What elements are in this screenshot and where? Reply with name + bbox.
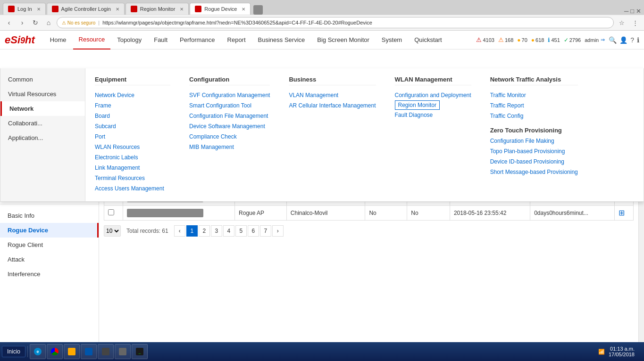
taskbar-chrome[interactable]	[47, 344, 63, 359]
menu-item-config-file[interactable]: Configuration File Management	[189, 111, 270, 121]
menu-item-svf[interactable]: SVF Configuration Management	[189, 90, 270, 100]
alert-info[interactable]: ℹ 451	[548, 37, 560, 43]
nav-system[interactable]: System	[376, 31, 408, 49]
menu-item-traffic-report[interactable]: Traffic Report	[490, 100, 578, 111]
sidebar-item-interference[interactable]: Interference	[0, 267, 99, 281]
browser-tab-login[interactable]: Log In ✕	[3, 3, 46, 15]
tab-close-login[interactable]: ✕	[37, 7, 41, 12]
row-action-btn[interactable]: ⊞	[615, 205, 634, 221]
reload-button[interactable]: ↻	[30, 17, 41, 28]
minimize-btn[interactable]: ─	[624, 8, 628, 15]
menu-item-access-users[interactable]: Access Users Management	[95, 183, 170, 194]
browser-tab-agile[interactable]: Agile Controller Login ✕	[47, 3, 125, 15]
menu-item-compliance[interactable]: Compliance Check	[189, 131, 270, 142]
menu-item-board[interactable]: Board	[95, 111, 170, 121]
nav-home[interactable]: Home	[44, 31, 72, 49]
url-bar[interactable]: ⚠ No es seguro | https://wlanmgr/pages/a…	[57, 17, 614, 28]
next-page-btn[interactable]: ›	[272, 225, 284, 237]
menu-item-wlan-resources[interactable]: WLAN Resources	[95, 142, 170, 152]
menu-left-virtual[interactable]: Virtual Resources	[0, 87, 85, 101]
menu-item-ar-cellular[interactable]: AR Cellular Interface Management	[289, 100, 376, 111]
menu-item-traffic-config[interactable]: Traffic Config	[490, 111, 578, 121]
forward-button[interactable]: ›	[17, 17, 27, 28]
nav-business-service[interactable]: Business Service	[252, 31, 311, 49]
page-btn-6[interactable]: 6	[248, 225, 259, 237]
menu-item-fault-diagnose[interactable]: Fault Diagnose	[395, 110, 471, 120]
menu-item-terminal-resources[interactable]: Terminal Resources	[95, 173, 170, 183]
taskbar-remote[interactable]	[98, 344, 114, 359]
taskbar-terminal[interactable]: _	[132, 344, 148, 359]
home-button[interactable]: ⌂	[43, 17, 54, 28]
close-btn[interactable]: ✕	[636, 8, 641, 15]
alert-major[interactable]: ⚠ 168	[498, 36, 513, 43]
taskbar-time-text: 01:13 a.m.	[609, 346, 635, 352]
menu-left-network[interactable]: Network	[0, 101, 85, 116]
browser-tab-rogue[interactable]: Rogue Device ✕	[190, 3, 251, 15]
browser-tab-region[interactable]: Region Monitor ✕	[125, 3, 189, 15]
menu-item-device-software[interactable]: Device Software Management	[189, 121, 270, 131]
menu-left-panel: Common Virtual Resources Network Collabo…	[0, 68, 85, 201]
sidebar-item-basic-info[interactable]: Basic Info	[0, 208, 99, 223]
menu-item-link-mgmt[interactable]: Link Management	[95, 163, 170, 173]
menu-item-topo-plan[interactable]: Topo Plan-based Provisioning	[490, 146, 578, 156]
menu-item-region-monitor[interactable]: Region Monitor	[395, 100, 440, 110]
alert-normal[interactable]: ✓ 2796	[564, 37, 581, 43]
menu-item-subcard[interactable]: Subcard	[95, 121, 170, 131]
tab-close-agile[interactable]: ✕	[116, 7, 119, 12]
menu-item-config-file-making[interactable]: Configuration File Making	[490, 136, 578, 146]
menu-item-device-id[interactable]: Device ID-based Provisioning	[490, 156, 578, 167]
menu-left-collab[interactable]: Collaborati...	[0, 116, 85, 131]
nav-big-screen[interactable]: Big Screen Monitor	[311, 31, 375, 49]
alert-critical[interactable]: ⚠ 4103	[476, 36, 494, 43]
menu-item-mib[interactable]: MIB Management	[189, 142, 270, 152]
menu-left-app[interactable]: Application...	[0, 131, 85, 145]
taskbar-explorer[interactable]	[64, 344, 80, 359]
alert-minor[interactable]: ● 70	[517, 37, 527, 43]
menu-item-frame[interactable]: Frame	[95, 100, 170, 111]
search-icon[interactable]: 🔍	[609, 36, 617, 44]
page-btn-3[interactable]: 3	[211, 225, 222, 237]
bookmark-star[interactable]: ☆	[617, 17, 627, 28]
sidebar-item-rogue-client[interactable]: Rogue Client	[0, 238, 99, 252]
tab-close-rogue[interactable]: ✕	[242, 7, 245, 12]
menu-item-electronic-labels[interactable]: Electronic Labels	[95, 152, 170, 163]
page-btn-7[interactable]: 7	[260, 225, 271, 237]
help-icon[interactable]: ?	[630, 36, 634, 44]
nav-quickstart[interactable]: Quickstart	[409, 31, 448, 49]
logout-button[interactable]: ⇒	[601, 37, 605, 43]
menu-item-port[interactable]: Port	[95, 131, 170, 142]
page-btn-4[interactable]: 4	[223, 225, 234, 237]
teamviewer-icon	[85, 348, 92, 355]
prev-page-btn[interactable]: ‹	[174, 225, 185, 237]
menu-item-smart-config[interactable]: Smart Configuration Tool	[189, 100, 270, 111]
nav-performance[interactable]: Performance	[174, 31, 220, 49]
page-btn-2[interactable]: 2	[199, 225, 210, 237]
menu-item-short-message[interactable]: Short Message-based Provisioning	[490, 167, 578, 177]
taskbar-ie[interactable]: e	[30, 344, 46, 359]
start-button[interactable]: Inicio	[2, 346, 25, 357]
tab-close-region[interactable]: ✕	[180, 7, 184, 12]
menu-item-vlan[interactable]: VLAN Management	[289, 90, 376, 100]
menu-item-config-deployment[interactable]: Configuration and Deployment	[395, 90, 471, 100]
back-button[interactable]: ‹	[4, 17, 14, 28]
menu-item-traffic-monitor[interactable]: Traffic Monitor	[490, 90, 578, 100]
alert-warning[interactable]: ● 618	[531, 37, 544, 43]
nav-resource[interactable]: Resource	[73, 31, 111, 49]
taskbar-files[interactable]	[115, 344, 131, 359]
page-btn-1[interactable]: 1	[186, 225, 198, 237]
info-icon[interactable]: ℹ	[637, 36, 639, 44]
page-btn-5[interactable]: 5	[235, 225, 247, 237]
sidebar-item-rogue-device[interactable]: Rogue Device	[0, 223, 99, 238]
browser-menu[interactable]: ⋮	[630, 17, 640, 28]
nav-fault[interactable]: Fault	[148, 31, 173, 49]
user-mgmt-icon[interactable]: 👤	[619, 36, 627, 44]
maximize-btn[interactable]: □	[630, 8, 634, 15]
nav-report[interactable]: Report	[222, 31, 251, 49]
menu-left-common[interactable]: Common	[0, 72, 85, 87]
taskbar-teamviewer[interactable]	[81, 344, 97, 359]
menu-item-network-device[interactable]: Network Device	[95, 90, 170, 100]
row-checkbox[interactable]	[104, 205, 123, 221]
nav-topology[interactable]: Topology	[111, 31, 147, 49]
sidebar-item-attack[interactable]: Attack	[0, 252, 99, 267]
page-size-select[interactable]: 10 20 50	[104, 225, 121, 237]
